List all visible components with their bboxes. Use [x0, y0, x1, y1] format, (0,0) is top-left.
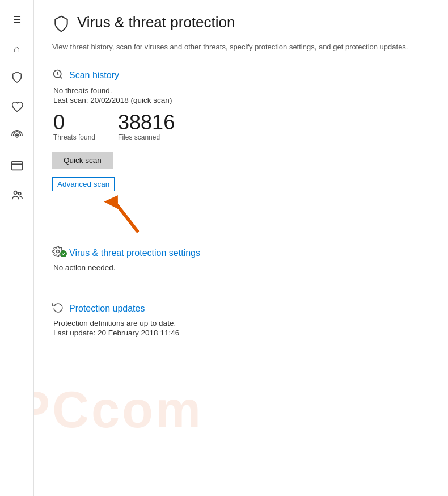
threats-found-stat: 0 Threats found [53, 111, 95, 142]
threats-found-number: 0 [53, 111, 95, 134]
threat-settings-header: Virus & threat protection settings [52, 246, 430, 260]
scan-history-icon [52, 69, 64, 83]
threat-settings-status: No action needed. [53, 263, 430, 272]
sidebar-item-app-browser[interactable] [3, 154, 31, 179]
scan-date-text: Last scan: 20/02/2018 (quick scan) [53, 96, 430, 104]
sidebar: ☰ ⌂ [0, 0, 34, 496]
svg-point-0 [16, 135, 18, 137]
main-content: Virus & threat protection View threat hi… [34, 0, 448, 496]
svg-line-6 [60, 76, 62, 78]
svg-point-4 [18, 192, 21, 195]
scan-status-text: No threats found. [53, 86, 430, 95]
protection-updates-header: Protection updates [52, 301, 430, 316]
threat-settings-section: Virus & threat protection settings No ac… [52, 246, 430, 272]
threat-settings-icon [52, 246, 64, 260]
protection-updates-title[interactable]: Protection updates [69, 304, 145, 314]
svg-point-9 [57, 250, 60, 253]
protection-updates-icon [52, 301, 64, 316]
hamburger-icon: ☰ [13, 14, 21, 25]
advanced-scan-button[interactable]: Advanced scan [52, 177, 115, 191]
home-icon: ⌂ [14, 43, 20, 55]
page-title: Virus & threat protection [77, 14, 235, 31]
files-scanned-label: Files scanned [118, 133, 175, 141]
threat-settings-title[interactable]: Virus & threat protection settings [69, 248, 200, 258]
protection-updates-section: Protection updates Protection definition… [52, 301, 430, 337]
watermark: PCcom [34, 381, 203, 439]
page-subtitle: View threat history, scan for viruses an… [52, 41, 430, 53]
sidebar-item-health[interactable] [3, 95, 31, 120]
advanced-scan-container: Advanced scan [52, 177, 115, 191]
scan-stats: 0 Threats found 38816 Files scanned [53, 111, 430, 142]
page-header: Virus & threat protection [52, 14, 430, 37]
sidebar-hamburger[interactable]: ☰ [3, 7, 31, 32]
health-icon [11, 100, 23, 116]
quick-scan-button[interactable]: Quick scan [52, 152, 113, 169]
scan-history-title[interactable]: Scan history [69, 70, 119, 81]
shield-icon [11, 71, 23, 86]
scan-history-section: Scan history No threats found. Last scan… [52, 69, 430, 196]
app-browser-icon [11, 159, 23, 175]
protection-updates-date: Last update: 20 February 2018 11:46 [53, 329, 430, 337]
svg-line-7 [117, 205, 137, 231]
scan-history-header: Scan history [52, 69, 430, 83]
sidebar-item-shield[interactable] [3, 66, 31, 91]
svg-rect-1 [11, 161, 22, 170]
files-scanned-stat: 38816 Files scanned [118, 111, 175, 142]
family-icon [11, 189, 23, 204]
arrow-svg [103, 194, 149, 234]
arrow-annotation [103, 194, 149, 236]
page-header-shield-icon [52, 15, 70, 37]
protection-updates-status: Protection definitions are up to date. [53, 319, 430, 327]
sidebar-item-family[interactable] [3, 184, 31, 209]
network-icon [11, 130, 23, 145]
sidebar-item-home[interactable]: ⌂ [3, 36, 31, 61]
threats-found-label: Threats found [53, 133, 95, 141]
files-scanned-number: 38816 [118, 111, 175, 134]
sidebar-item-network[interactable] [3, 125, 31, 150]
svg-point-3 [14, 191, 17, 194]
